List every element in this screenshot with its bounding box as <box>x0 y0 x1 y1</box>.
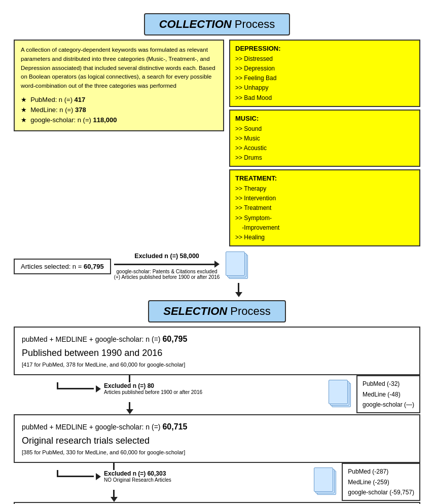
collection-description: A collection of category-dependent keywo… <box>21 46 217 91</box>
selection-header: SELECTION Process <box>148 300 286 322</box>
side-box-3: PubMed (-287) MedLine (-259) google-scho… <box>342 463 420 501</box>
collection-normal: Process <box>232 18 275 30</box>
selection-normal: Process <box>227 305 271 317</box>
doc-icon-1 <box>223 251 250 281</box>
google-stat: ★ google-scholar: n (=) 118,000 <box>21 115 217 125</box>
treatment-box: TREATMENT: >> Therapy >> Intervention >>… <box>229 169 420 246</box>
pubmed-stat: ★ PubMed: n (=) 417 <box>21 95 217 105</box>
collection-box: A collection of category-dependent keywo… <box>14 40 224 131</box>
doc-icon-3 <box>311 467 339 497</box>
collection-header: COLLECTION Process <box>144 13 291 35</box>
medline-stat: ★ MedLine: n (=) 378 <box>21 105 217 115</box>
doc-icon-2 <box>326 380 353 409</box>
selection-box1: pubMed + MEDLINE + google-scholar: n (=)… <box>14 327 420 375</box>
selection-bold: SELECTION <box>163 305 227 317</box>
depression-box: DEPRESSION: >> Distressed >> Depression … <box>229 40 420 107</box>
collection-bold: COLLECTION <box>159 18 232 30</box>
articles-selected-box: Articles selected: n = 60,795 <box>14 259 111 274</box>
music-box: MUSIC: >> Sound >> Music >> Acoustic >> … <box>229 110 420 167</box>
side-box-2: PubMed (-32) MedLine (-48) google-schola… <box>356 375 420 413</box>
